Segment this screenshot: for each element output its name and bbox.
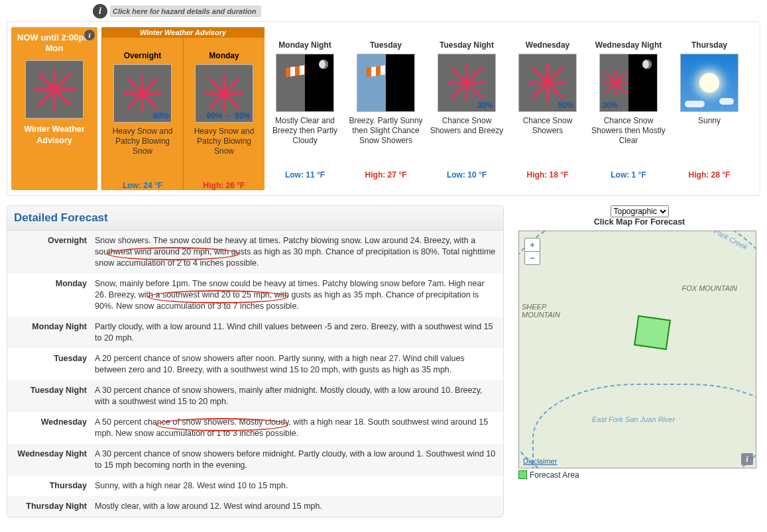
forecast-card[interactable]: Monday Night Mostly Clear and Breezy the… [265, 27, 345, 190]
wind-snow-icon: 20% [357, 54, 415, 112]
period-name: Monday Night [265, 27, 345, 51]
detailed-row: Thursday NightMostly clear, with a low a… [7, 496, 503, 517]
detailed-label: Monday Night [14, 321, 95, 344]
detailed-label: Wednesday [14, 417, 95, 439]
short-forecast: Chance Snow Showers and Breezy [426, 115, 507, 170]
precip-pct: 90% → 60% [206, 111, 251, 121]
detailed-label: Thursday Night [14, 501, 95, 512]
map-panel: Topographic Click Map For Forecast FOX M… [518, 205, 760, 517]
map-legend: Forecast Area [518, 470, 760, 480]
detailed-text: Mostly clear, with a low around 12. West… [95, 501, 497, 512]
advisory-label: Winter Weather Advisory [14, 124, 95, 146]
detailed-row: Tuesday NightA 30 percent chance of snow… [7, 380, 503, 412]
forecast-card[interactable]: Wednesday 50% Chance Snow Showers High: … [507, 27, 588, 190]
forecast-row: i NOW until 2:00pm Mon Winter Weather Ad… [7, 21, 760, 196]
high-temp: High: 27 °F [365, 170, 407, 180]
detailed-row: OvernightSnow showers. The snow could be… [7, 231, 503, 274]
forecast-card[interactable]: Tuesday 20% Breezy. Partly Sunny then Sl… [345, 27, 426, 190]
info-icon: i [93, 4, 107, 19]
detailed-text: A 50 percent chance of snow showers. Mos… [95, 417, 497, 439]
detailed-text: A 30 percent chance of snow showers, mai… [95, 385, 497, 407]
windsock-icon [286, 65, 308, 78]
detailed-label: Thursday [14, 480, 95, 492]
windsock-icon [367, 65, 389, 78]
short-forecast: Heavy Snow and Patchy Blowing Snow [184, 125, 265, 181]
snowflake-icon: 50% [518, 54, 577, 112]
detailed-label: Tuesday Night [14, 385, 95, 407]
snow-night-icon: 30% [599, 54, 658, 112]
detailed-text: Sunny, with a high near 28. West wind 10… [95, 480, 497, 492]
period-name: Tuesday [345, 27, 426, 51]
hazard-text: Click here for hazard details and durati… [110, 5, 261, 17]
info-icon: i [84, 30, 95, 40]
advisory-card[interactable]: i NOW until 2:00pm Mon Winter Weather Ad… [11, 27, 97, 190]
short-forecast: Chance Snow Showers [507, 115, 588, 170]
forecast-card[interactable]: Thursday Sunny High: 28 °F [669, 27, 750, 190]
short-forecast: Breezy. Partly Sunny then Slight Chance … [345, 115, 426, 170]
precip-pct: 30% [602, 101, 618, 110]
moon-icon [642, 60, 652, 69]
snowflake-icon [25, 60, 84, 119]
wind-night-icon [276, 54, 334, 112]
sun-icon [680, 54, 738, 112]
high-temp: High: 18 °F [527, 170, 569, 180]
low-temp: Low: 1 °F [611, 170, 646, 180]
snowflake-icon: 30% [438, 54, 496, 112]
detailed-row: ThursdaySunny, with a high near 28. West… [7, 476, 503, 496]
annotation-circle [148, 290, 288, 303]
detailed-label: Monday [14, 278, 95, 312]
detailed-title: Detailed Forecast [7, 206, 503, 231]
short-forecast: Mostly Clear and Breezy then Partly Clou… [265, 115, 345, 170]
detailed-label: Wednesday Night [14, 449, 95, 471]
detailed-label: Tuesday [14, 353, 95, 376]
low-temp: Low: 11 °F [285, 170, 325, 180]
detailed-row: Monday NightPartly cloudy, with a low ar… [7, 317, 503, 348]
forecast-map[interactable]: FOX MOUNTAIN SHEEP MOUNTAIN Park Creek E… [518, 231, 756, 468]
precip-pct: 30% [477, 101, 493, 110]
forecast-area-marker [634, 315, 671, 350]
annotation-circle [156, 418, 288, 431]
period-name: Wednesday Night [588, 27, 669, 51]
detailed-text: Snow, mainly before 1pm. The snow could … [95, 278, 497, 312]
forecast-card[interactable]: Monday 90% → 60% Heavy Snow and Patchy B… [183, 27, 265, 190]
precip-pct: 50% [558, 101, 574, 110]
high-temp: High: 26 °F [204, 181, 245, 190]
map-disclaimer-link[interactable]: Disclaimer [523, 457, 557, 465]
detailed-text: A 30 percent chance of snow showers befo… [95, 449, 497, 471]
map-label: SHEEP MOUNTAIN [522, 303, 568, 319]
annotation-circle [107, 247, 239, 260]
detailed-row: WednesdayA 50 percent chance of snow sho… [7, 412, 503, 444]
short-forecast: Heavy Snow and Patchy Blowing Snow [102, 125, 183, 181]
period-name: Tuesday Night [426, 27, 507, 51]
detailed-row: MondaySnow, mainly before 1pm. The snow … [7, 274, 503, 317]
precip-pct: 20% [396, 101, 412, 110]
basemap-select[interactable]: Topographic [611, 205, 669, 217]
map-zoom-controls: + − [524, 238, 540, 265]
detailed-row: Wednesday NightA 30 percent chance of sn… [7, 444, 503, 476]
snowflake-icon: 80% [113, 64, 172, 123]
forecast-card[interactable]: Wednesday Night 30% Chance Snow Showers … [588, 27, 669, 190]
low-temp: Low: 24 °F [123, 181, 162, 190]
short-forecast: Chance Snow Showers then Mostly Clear [588, 115, 669, 170]
snowflake-icon: 90% → 60% [195, 64, 253, 123]
moon-icon [319, 60, 328, 69]
detailed-text: A 20 percent chance of snow showers afte… [95, 353, 497, 376]
low-temp: Low: 10 °F [447, 170, 487, 180]
advisory-period-group: Winter Weather Advisory Overnight 80% He… [101, 27, 265, 190]
high-temp: High: 28 °F [689, 170, 731, 180]
detailed-row: TuesdayA 20 percent chance of snow showe… [7, 348, 503, 380]
zoom-in-button[interactable]: + [525, 239, 540, 251]
forecast-card[interactable]: Tuesday Night 30% Chance Snow Showers an… [426, 27, 507, 190]
advisory-time: NOW until 2:00pm Mon [14, 32, 95, 58]
forecast-card[interactable]: Overnight 80% Heavy Snow and Patchy Blow… [101, 27, 183, 190]
detailed-text: Partly cloudy, with a low around 11. Win… [95, 321, 497, 344]
period-name: Thursday [669, 27, 750, 51]
zoom-out-button[interactable]: − [525, 251, 540, 264]
map-click-text: Click Map For Forecast [594, 217, 685, 227]
info-icon[interactable]: i [741, 453, 753, 465]
period-name: Wednesday [507, 27, 588, 51]
detailed-label: Overnight [14, 235, 95, 269]
map-label: FOX MOUNTAIN [681, 284, 737, 292]
hazard-banner[interactable]: i Click here for hazard details and dura… [93, 4, 760, 19]
precip-pct: 80% [153, 111, 169, 121]
